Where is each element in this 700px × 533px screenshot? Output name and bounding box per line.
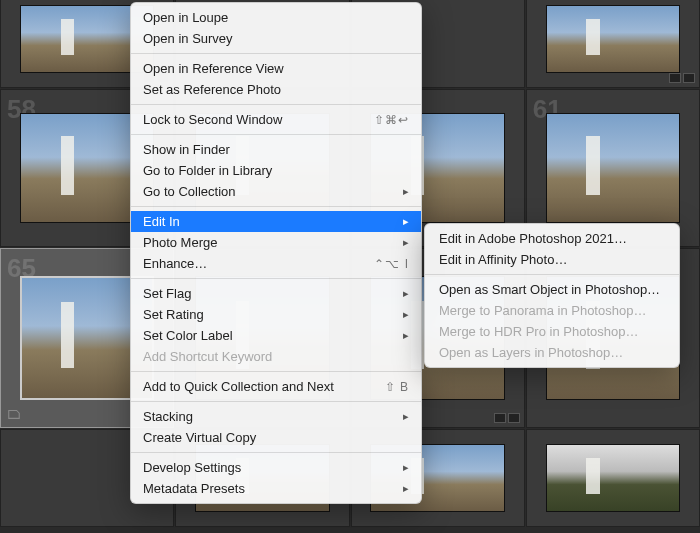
menu-separator bbox=[131, 206, 421, 207]
menu-item-photo-merge[interactable]: Photo Merge▸ bbox=[131, 232, 421, 253]
menu-item-open-in-reference-view[interactable]: Open in Reference View bbox=[131, 58, 421, 79]
menu-item-set-rating[interactable]: Set Rating▸ bbox=[131, 304, 421, 325]
menu-shortcut: ⌃⌥ I bbox=[374, 257, 409, 271]
menu-item-label: Open in Reference View bbox=[143, 61, 284, 76]
chevron-right-icon: ▸ bbox=[403, 461, 409, 474]
menu-item-label: Open in Survey bbox=[143, 31, 233, 46]
photo-thumbnail bbox=[546, 113, 680, 222]
thumbnail-cell[interactable] bbox=[526, 0, 700, 88]
menu-item-show-in-finder[interactable]: Show in Finder bbox=[131, 139, 421, 160]
menu-shortcut: ⇧ B bbox=[385, 380, 409, 394]
menu-item-enhance[interactable]: Enhance…⌃⌥ I bbox=[131, 253, 421, 274]
menu-item-label: Edit In bbox=[143, 214, 180, 229]
thumbnail-badges bbox=[494, 413, 520, 423]
menu-item-open-in-loupe[interactable]: Open in Loupe bbox=[131, 7, 421, 28]
menu-item-open-as-smart-object-in-photoshop[interactable]: Open as Smart Object in Photoshop… bbox=[425, 279, 679, 300]
menu-item-label: Create Virtual Copy bbox=[143, 430, 256, 445]
menu-item-label: Go to Folder in Library bbox=[143, 163, 272, 178]
menu-separator bbox=[131, 371, 421, 372]
menu-item-label: Merge to Panorama in Photoshop… bbox=[439, 303, 646, 318]
menu-item-label: Photo Merge bbox=[143, 235, 217, 250]
menu-separator bbox=[131, 104, 421, 105]
chevron-right-icon: ▸ bbox=[403, 185, 409, 198]
menu-item-label: Set as Reference Photo bbox=[143, 82, 281, 97]
menu-item-label: Set Rating bbox=[143, 307, 204, 322]
menu-item-label: Develop Settings bbox=[143, 460, 241, 475]
menu-item-label: Set Color Label bbox=[143, 328, 233, 343]
menu-item-stacking[interactable]: Stacking▸ bbox=[131, 406, 421, 427]
thumbnail-cell[interactable] bbox=[526, 429, 700, 527]
menu-separator bbox=[131, 134, 421, 135]
quick-collection-icon bbox=[7, 407, 21, 421]
chevron-right-icon: ▸ bbox=[403, 482, 409, 495]
menu-item-merge-to-panorama-in-photoshop: Merge to Panorama in Photoshop… bbox=[425, 300, 679, 321]
menu-item-edit-in-adobe-photoshop-2021[interactable]: Edit in Adobe Photoshop 2021… bbox=[425, 228, 679, 249]
menu-item-add-to-quick-collection-and-next[interactable]: Add to Quick Collection and Next⇧ B bbox=[131, 376, 421, 397]
menu-item-label: Add to Quick Collection and Next bbox=[143, 379, 334, 394]
menu-item-set-flag[interactable]: Set Flag▸ bbox=[131, 283, 421, 304]
menu-item-label: Open in Loupe bbox=[143, 10, 228, 25]
editin-submenu: Edit in Adobe Photoshop 2021…Edit in Aff… bbox=[424, 223, 680, 368]
menu-item-label: Lock to Second Window bbox=[143, 112, 282, 127]
menu-item-edit-in-affinity-photo[interactable]: Edit in Affinity Photo… bbox=[425, 249, 679, 270]
menu-item-edit-in[interactable]: Edit In▸ bbox=[131, 211, 421, 232]
menu-item-label: Go to Collection bbox=[143, 184, 236, 199]
menu-item-label: Add Shortcut Keyword bbox=[143, 349, 272, 364]
menu-item-label: Enhance… bbox=[143, 256, 207, 271]
menu-item-set-as-reference-photo[interactable]: Set as Reference Photo bbox=[131, 79, 421, 100]
chevron-right-icon: ▸ bbox=[403, 236, 409, 249]
thumbnail-badges bbox=[669, 73, 695, 83]
menu-item-metadata-presets[interactable]: Metadata Presets▸ bbox=[131, 478, 421, 499]
menu-item-label: Open as Layers in Photoshop… bbox=[439, 345, 623, 360]
context-menu: Open in LoupeOpen in SurveyOpen in Refer… bbox=[130, 2, 422, 504]
chevron-right-icon: ▸ bbox=[403, 329, 409, 342]
photo-thumbnail bbox=[546, 444, 680, 511]
menu-item-label: Metadata Presets bbox=[143, 481, 245, 496]
menu-item-create-virtual-copy[interactable]: Create Virtual Copy bbox=[131, 427, 421, 448]
chevron-right-icon: ▸ bbox=[403, 410, 409, 423]
menu-item-open-in-survey[interactable]: Open in Survey bbox=[131, 28, 421, 49]
chevron-right-icon: ▸ bbox=[403, 308, 409, 321]
menu-item-lock-to-second-window[interactable]: Lock to Second Window⇧⌘↩ bbox=[131, 109, 421, 130]
menu-separator bbox=[131, 53, 421, 54]
menu-item-set-color-label[interactable]: Set Color Label▸ bbox=[131, 325, 421, 346]
menu-shortcut: ⇧⌘↩ bbox=[374, 113, 409, 127]
menu-item-open-as-layers-in-photoshop: Open as Layers in Photoshop… bbox=[425, 342, 679, 363]
menu-item-add-shortcut-keyword: Add Shortcut Keyword bbox=[131, 346, 421, 367]
menu-item-label: Edit in Affinity Photo… bbox=[439, 252, 567, 267]
menu-item-label: Edit in Adobe Photoshop 2021… bbox=[439, 231, 627, 246]
menu-separator bbox=[131, 401, 421, 402]
chevron-right-icon: ▸ bbox=[403, 215, 409, 228]
menu-separator bbox=[131, 452, 421, 453]
chevron-right-icon: ▸ bbox=[403, 287, 409, 300]
menu-separator bbox=[131, 278, 421, 279]
menu-separator bbox=[425, 274, 679, 275]
photo-thumbnail bbox=[546, 5, 680, 72]
menu-item-label: Set Flag bbox=[143, 286, 191, 301]
menu-item-label: Open as Smart Object in Photoshop… bbox=[439, 282, 660, 297]
menu-item-go-to-folder-in-library[interactable]: Go to Folder in Library bbox=[131, 160, 421, 181]
menu-item-go-to-collection[interactable]: Go to Collection▸ bbox=[131, 181, 421, 202]
menu-item-label: Stacking bbox=[143, 409, 193, 424]
menu-item-develop-settings[interactable]: Develop Settings▸ bbox=[131, 457, 421, 478]
menu-item-label: Merge to HDR Pro in Photoshop… bbox=[439, 324, 638, 339]
menu-item-label: Show in Finder bbox=[143, 142, 230, 157]
menu-item-merge-to-hdr-pro-in-photoshop: Merge to HDR Pro in Photoshop… bbox=[425, 321, 679, 342]
